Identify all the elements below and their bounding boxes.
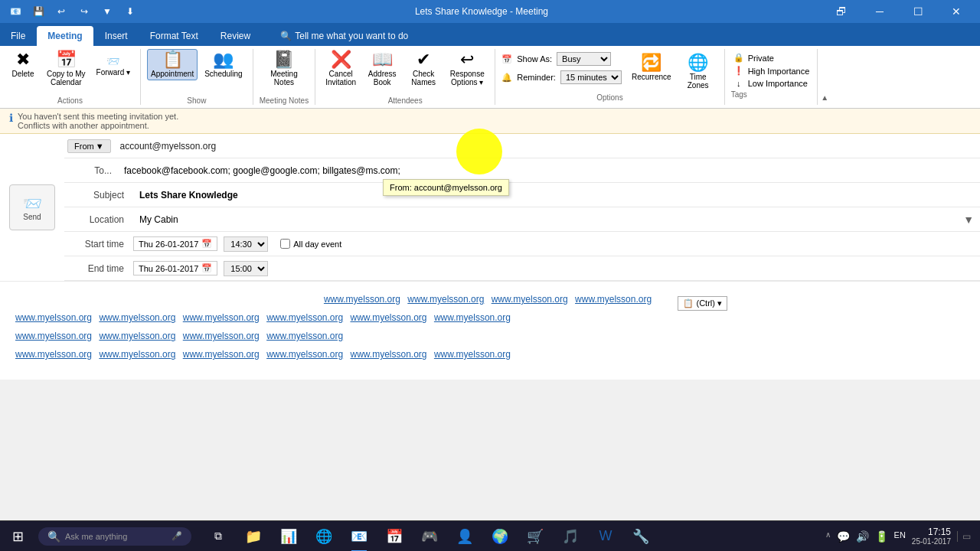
system-clock[interactable]: 17:15 25-01-2017 [912, 527, 951, 546]
subject-input[interactable] [133, 187, 980, 204]
to-input[interactable] [118, 162, 980, 179]
close-btn[interactable]: ✕ [939, 0, 974, 23]
link-3-4[interactable]: www.myelsson.org [266, 331, 343, 341]
high-importance-icon: ❗ [733, 66, 745, 76]
tab-meeting[interactable]: Meeting [37, 26, 93, 46]
link-2-5[interactable]: www.myelsson.org [351, 312, 427, 323]
taskbar-search-text[interactable]: Ask me anything [65, 532, 127, 541]
appointment-button[interactable]: 📋 Appointment [147, 49, 198, 80]
from-button[interactable]: From ▼ [67, 139, 111, 153]
arrow-down-qat[interactable]: ▼ [98, 2, 116, 21]
end-time-select[interactable]: 15:00 15:30 16:00 [224, 261, 268, 276]
location-input[interactable] [133, 211, 963, 228]
start-time-select[interactable]: 14:30 15:00 15:30 [224, 236, 268, 252]
private-tag[interactable]: 🔒 Private [731, 52, 812, 64]
link-1-4[interactable]: www.myelsson.org [575, 294, 652, 305]
link-1-2[interactable]: www.myelsson.org [407, 294, 484, 305]
ribbon-collapse[interactable]: ▲ [818, 49, 831, 105]
lang-indicator[interactable]: EN [894, 530, 906, 543]
tab-insert[interactable]: Insert [94, 26, 139, 46]
taskbar-search[interactable]: 🔍 Ask me anything 🎤 [38, 527, 191, 546]
forward-button[interactable]: 📨 Forward ▾ [93, 49, 134, 79]
taskbar-app-chrome[interactable]: 🌐 [306, 521, 341, 552]
start-date-picker[interactable]: Thu 26-01-2017 📅 [133, 236, 217, 251]
link-4-2[interactable]: www.myelsson.org [99, 349, 175, 360]
taskbar-app-excel[interactable]: 📊 [271, 521, 306, 552]
taskbar-app-outlook[interactable]: 📧 [341, 521, 377, 552]
address-book-button[interactable]: 📖 AddressBook [363, 49, 401, 89]
link-4-4[interactable]: www.myelsson.org [266, 349, 343, 360]
location-dropdown-icon[interactable]: ▼ [963, 214, 974, 226]
message-icon[interactable]: 💬 [837, 530, 850, 543]
link-3-3[interactable]: www.myelsson.org [183, 331, 260, 341]
link-4-5[interactable]: www.myelsson.org [351, 349, 427, 360]
to-label[interactable]: To... [64, 162, 118, 179]
meeting-notes-button[interactable]: 📓 MeetingNotes [266, 49, 302, 89]
time-zones-button[interactable]: 🌐 TimeZones [678, 52, 718, 92]
battery-icon[interactable]: 🔋 [875, 530, 888, 543]
start-button[interactable]: ⊞ [0, 521, 35, 552]
paste-icon: 📋 [683, 298, 694, 308]
maximize-btn[interactable]: ☐ [900, 0, 936, 23]
check-names-icon: ✔ [416, 51, 430, 68]
delete-button[interactable]: ✖ Delete [6, 49, 40, 80]
show-desktop-icon[interactable]: ▭ [957, 531, 971, 542]
link-2-3[interactable]: www.myelsson.org [183, 312, 260, 323]
high-importance-label: High Importance [748, 67, 810, 76]
link-4-6[interactable]: www.myelsson.org [434, 349, 511, 360]
customize-qat[interactable]: ⬇ [121, 2, 139, 21]
info-line1: You haven't sent this meeting invitation… [18, 112, 178, 121]
tab-file[interactable]: File [0, 26, 36, 46]
calendar-icon-start[interactable]: 📅 [201, 239, 212, 249]
end-date-picker[interactable]: Thu 26-01-2017 📅 [133, 261, 217, 276]
link-2-1[interactable]: www.myelsson.org [15, 312, 92, 323]
taskbar-app-store[interactable]: 🛒 [518, 521, 553, 552]
scheduling-button[interactable]: 👥 Scheduling [201, 49, 246, 80]
taskbar-app-gaming[interactable]: 🎮 [412, 521, 447, 552]
copy-to-calendar-button[interactable]: 📅 Copy to MyCalendar [43, 49, 90, 89]
taskbar-app-word[interactable]: W [588, 521, 623, 552]
taskbar-app-people[interactable]: 👤 [447, 521, 482, 552]
minimize-btn[interactable]: ─ [862, 0, 897, 23]
redo-qat[interactable]: ↪ [75, 2, 93, 21]
link-2-4[interactable]: www.myelsson.org [266, 312, 343, 323]
cancel-invitation-button[interactable]: ❌ CancelInvitation [322, 49, 360, 89]
response-options-button[interactable]: ↩ ResponseOptions ▾ [446, 49, 488, 89]
low-importance-tag[interactable]: ↓ Low Importance [731, 78, 812, 89]
undo-qat[interactable]: ↩ [52, 2, 70, 21]
allday-checkbox[interactable] [280, 239, 290, 249]
send-button[interactable]: 📨 Send [9, 184, 55, 230]
link-1-3[interactable]: www.myelsson.org [492, 294, 568, 305]
reminder-select[interactable]: 15 minutes 30 minutes 1 hour [560, 70, 622, 84]
subject-label: Subject [64, 187, 133, 204]
link-3-2[interactable]: www.myelsson.org [99, 331, 175, 341]
restore-down-btn[interactable]: 🗗 [824, 0, 859, 23]
tab-format-text[interactable]: Format Text [139, 26, 209, 46]
show-as-row: 📅 Show As: Busy Free Tentative [501, 52, 622, 66]
tray-expand-icon[interactable]: ∧ [825, 530, 831, 543]
taskbar-app-other[interactable]: 🔧 [623, 521, 658, 552]
link-3-1[interactable]: www.myelsson.org [15, 331, 92, 341]
paste-options-widget[interactable]: 📋 (Ctrl) ▾ [678, 296, 728, 311]
taskbar-app-explorer[interactable]: 📁 [236, 521, 271, 552]
link-4-1[interactable]: www.myelsson.org [15, 349, 92, 360]
high-importance-tag[interactable]: ❗ High Importance [731, 65, 812, 77]
ribbon-search[interactable]: 🔍 Tell me what you want to do [277, 26, 408, 46]
volume-icon[interactable]: 🔊 [856, 530, 869, 543]
tab-review[interactable]: Review [210, 26, 261, 46]
taskbar-app-calendar[interactable]: 📅 [377, 521, 412, 552]
link-2-2[interactable]: www.myelsson.org [99, 312, 175, 323]
mic-icon[interactable]: 🎤 [172, 531, 182, 541]
ribbon-search-text[interactable]: Tell me what you want to do [295, 31, 408, 41]
link-2-6[interactable]: www.myelsson.org [434, 312, 511, 323]
save-qat[interactable]: 💾 [29, 2, 47, 21]
taskbar-app-task-view[interactable]: ⧉ [201, 521, 236, 552]
taskbar-app-maps[interactable]: 🌍 [482, 521, 518, 552]
recurrence-button[interactable]: 🔁 Recurrence [628, 52, 675, 92]
link-1-1[interactable]: www.myelsson.org [324, 294, 400, 305]
check-names-button[interactable]: ✔ CheckNames [404, 49, 443, 89]
calendar-icon-end[interactable]: 📅 [201, 263, 212, 273]
link-4-3[interactable]: www.myelsson.org [183, 349, 260, 360]
taskbar-app-media[interactable]: 🎵 [553, 521, 588, 552]
show-as-select[interactable]: Busy Free Tentative [557, 52, 611, 66]
